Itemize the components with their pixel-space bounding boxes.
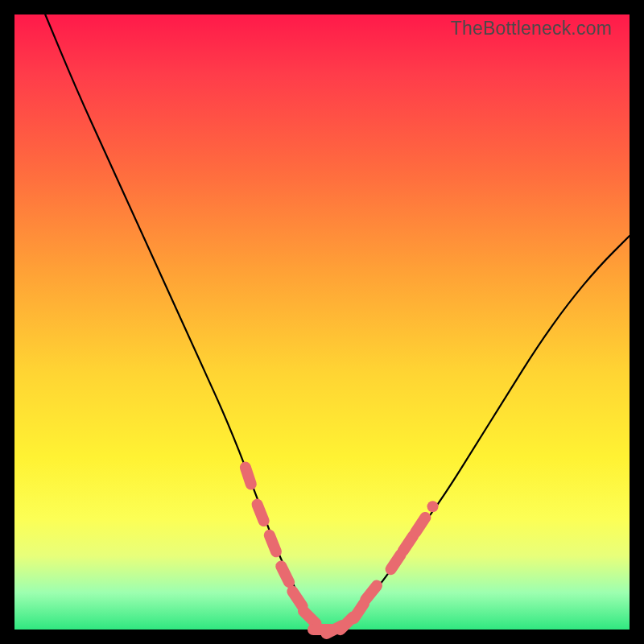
highlight-dot bbox=[403, 536, 413, 551]
highlight-dot bbox=[270, 535, 276, 551]
highlight-dot bbox=[246, 468, 251, 485]
highlight-dot bbox=[292, 592, 302, 606]
highlight-dot bbox=[281, 566, 289, 582]
chart-svg bbox=[14, 14, 630, 630]
highlight-dot bbox=[391, 555, 401, 569]
chart-frame: TheBottleneck.com bbox=[14, 14, 630, 630]
bottleneck-curve bbox=[45, 14, 630, 630]
highlight-dots-group bbox=[246, 468, 433, 634]
highlight-dot bbox=[303, 611, 316, 624]
highlight-dot bbox=[415, 518, 425, 532]
watermark-text: TheBottleneck.com bbox=[451, 18, 612, 39]
highlight-dot bbox=[354, 604, 364, 618]
highlight-dot bbox=[365, 586, 377, 600]
highlight-dot bbox=[258, 505, 264, 521]
